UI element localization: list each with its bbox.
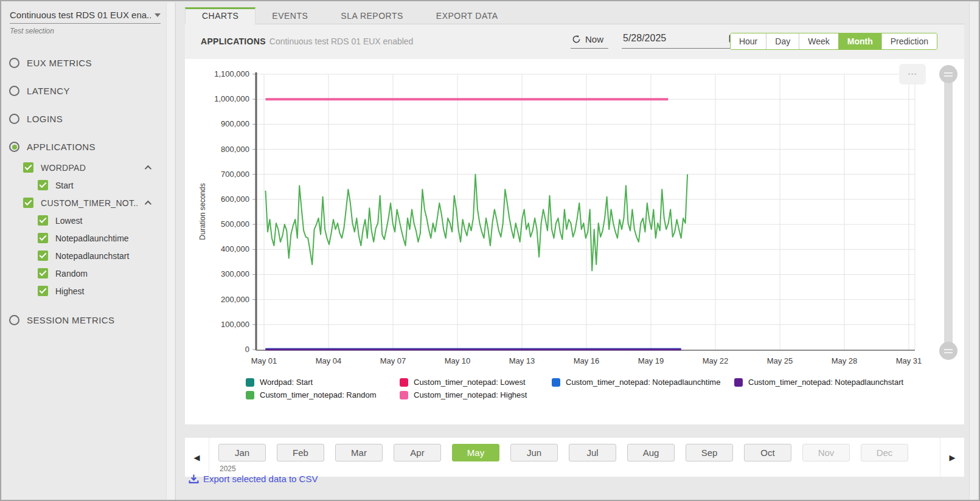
sidebar-item-logins[interactable]: LOGINS: [2, 107, 162, 131]
month-button-jun[interactable]: Jun: [510, 444, 558, 461]
month-button-aug[interactable]: Aug: [627, 444, 675, 461]
svg-text:1,000,000: 1,000,000: [214, 94, 249, 103]
month-button-sep[interactable]: Sep: [686, 444, 733, 461]
checkbox-checked-icon[interactable]: [23, 162, 33, 173]
month-button-dec: Dec: [861, 444, 908, 461]
svg-text:May 22: May 22: [703, 356, 729, 365]
zoom-slider-top-handle[interactable]: [939, 65, 957, 83]
checkbox-checked-icon[interactable]: [38, 180, 48, 190]
test-selection-dropdown[interactable]: Continuous test RDS 01 EUX ena... Test s…: [10, 10, 161, 35]
svg-text:May 16: May 16: [574, 356, 600, 365]
chart-legend: Wordpad: StartCustom_timer_notepad: Lowe…: [246, 378, 903, 399]
checkbox-checked-icon[interactable]: [23, 198, 33, 208]
svg-text:May 01: May 01: [251, 356, 277, 365]
svg-text:700,000: 700,000: [221, 170, 249, 179]
next-year-arrow[interactable]: ▶: [940, 438, 964, 477]
checkbox-checked-icon[interactable]: [38, 250, 48, 261]
tab-sla-reports[interactable]: SLA REPORTS: [324, 7, 420, 24]
month-button-apr[interactable]: Apr: [394, 444, 441, 461]
group-custom-timer-notepad[interactable]: CUSTOM_TIMER_NOT...: [2, 194, 162, 212]
svg-text:May 25: May 25: [767, 356, 793, 365]
legend-item-3[interactable]: Custom_timer_notepad: Notepadlaunchstart: [734, 378, 903, 387]
month-button-mar[interactable]: Mar: [335, 444, 383, 461]
radio-icon: [9, 86, 19, 96]
refresh-icon: [572, 35, 581, 44]
chevron-up-icon[interactable]: [145, 165, 151, 171]
svg-text:400,000: 400,000: [221, 244, 249, 254]
metric-notepadlaunchtime[interactable]: Notepadlaunchtime: [2, 229, 162, 247]
legend-swatch-icon: [400, 391, 408, 399]
chart-menu-button[interactable]: ...: [899, 64, 926, 85]
svg-text:May 28: May 28: [832, 356, 858, 365]
chevron-down-icon: [155, 13, 161, 17]
month-button-may[interactable]: May: [452, 444, 499, 461]
radio-icon: [9, 58, 19, 68]
legend-item-2[interactable]: Custom_timer_notepad: Notepadlaunchtime: [552, 378, 734, 387]
range-day-button[interactable]: Day: [766, 33, 799, 49]
legend-item-4[interactable]: Custom_timer_notepad: Random: [246, 390, 400, 399]
checkbox-checked-icon[interactable]: [38, 215, 48, 226]
metric-notepadlaunchstart[interactable]: Notepadlaunchstart: [2, 247, 162, 264]
sidebar-item-applications[interactable]: APPLICATIONS: [2, 135, 162, 159]
sidebar-scrollbar[interactable]: [166, 2, 175, 501]
sidebar-item-session-metrics[interactable]: SESSION METRICS: [2, 308, 162, 332]
page-title: APPLICATIONSContinuous test RDS 01 EUX e…: [201, 36, 413, 46]
legend-label: Wordpad: Start: [260, 378, 313, 387]
month-button-nov: Nov: [802, 444, 850, 461]
tab-export-data[interactable]: EXPORT DATA: [420, 7, 515, 24]
range-button-group: Hour Day Week Month Prediction: [730, 33, 937, 50]
month-button-jul[interactable]: Jul: [569, 444, 616, 461]
svg-text:100,000: 100,000: [221, 320, 249, 329]
month-navigator: ◀ JanFebMarAprMayJunJulAugSepOctNovDec 2…: [185, 438, 964, 477]
range-prediction-button[interactable]: Prediction: [881, 33, 937, 49]
svg-text:May 10: May 10: [445, 356, 471, 365]
zoom-slider-track[interactable]: [944, 74, 953, 355]
legend-item-5[interactable]: Custom_timer_notepad: Highest: [400, 390, 552, 399]
metric-start[interactable]: Start: [2, 176, 162, 194]
sidebar: Continuous test RDS 01 EUX ena... Test s…: [2, 2, 176, 501]
legend-item-1[interactable]: Custom_timer_notepad: Lowest: [400, 378, 552, 387]
legend-swatch-icon: [246, 391, 254, 399]
group-wordpad[interactable]: WORDPAD: [2, 159, 162, 176]
radio-icon: [9, 315, 19, 325]
month-buttons: JanFebMarAprMayJunJulAugSepOctNovDec: [218, 444, 908, 461]
legend-label: Custom_timer_notepad: Random: [260, 390, 377, 399]
export-csv-link[interactable]: Export selected data to CSV: [189, 474, 318, 484]
date-value: 5/28/2025: [623, 33, 666, 44]
svg-text:1,100,000: 1,100,000: [214, 69, 249, 78]
metric-random[interactable]: Random: [2, 264, 162, 282]
month-button-feb[interactable]: Feb: [277, 444, 324, 461]
tab-events[interactable]: EVENTS: [255, 7, 324, 24]
svg-text:May 31: May 31: [896, 356, 922, 365]
now-button[interactable]: Now: [571, 33, 608, 49]
svg-text:0: 0: [245, 345, 249, 354]
prev-year-arrow[interactable]: ◀: [185, 438, 209, 477]
series-4: [266, 174, 688, 271]
test-selection-value: Continuous test RDS 01 EUX ena...: [10, 10, 151, 20]
tab-charts[interactable]: CHARTS: [185, 7, 255, 24]
sidebar-item-eux-metrics[interactable]: EUX METRICS: [2, 51, 162, 75]
range-week-button[interactable]: Week: [799, 33, 838, 49]
month-button-jan[interactable]: Jan: [218, 444, 266, 461]
legend-swatch-icon: [400, 378, 408, 387]
checkbox-checked-icon[interactable]: [38, 233, 48, 243]
checkbox-checked-icon[interactable]: [38, 286, 48, 296]
legend-swatch-icon: [734, 378, 743, 387]
sidebar-item-latency[interactable]: LATENCY: [2, 79, 162, 103]
metric-lowest[interactable]: Lowest: [2, 212, 162, 229]
legend-label: Custom_timer_notepad: Lowest: [414, 378, 526, 387]
date-input[interactable]: 5/28/2025: [622, 32, 739, 49]
zoom-slider-bottom-handle[interactable]: [939, 342, 957, 360]
checkbox-checked-icon[interactable]: [38, 268, 48, 278]
legend-swatch-icon: [246, 378, 254, 387]
chevron-up-icon[interactable]: [145, 200, 151, 207]
range-month-button[interactable]: Month: [838, 33, 881, 49]
month-button-oct[interactable]: Oct: [744, 444, 791, 461]
page-scrollbar[interactable]: [969, 2, 978, 501]
application-window: Continuous test RDS 01 EUX ena... Test s…: [0, 0, 980, 501]
range-hour-button[interactable]: Hour: [731, 33, 766, 49]
metric-highest[interactable]: Highest: [2, 282, 162, 300]
chart-card: 0100,000200,000300,000400,000500,000600,…: [185, 59, 964, 424]
metric-nav: EUX METRICS LATENCY LOGINS APPLICATIONS …: [2, 51, 162, 332]
legend-item-0[interactable]: Wordpad: Start: [246, 378, 400, 387]
